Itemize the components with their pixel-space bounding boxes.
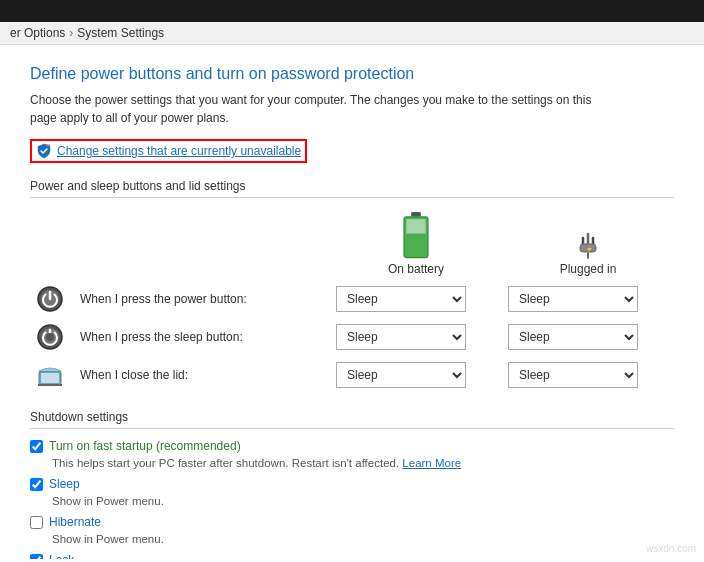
sleep-icon: [36, 323, 64, 351]
on-battery-text: On battery: [388, 262, 444, 276]
checkbox-sublabel-hibernate: Show in Power menu.: [52, 533, 674, 545]
title-bar: [0, 0, 704, 22]
checkbox-hibernate[interactable]: [30, 516, 43, 529]
row-label-1: When I press the sleep button:: [36, 323, 324, 351]
shutdown-section: Shutdown settings Turn on fast startup (…: [30, 410, 674, 559]
svg-rect-0: [411, 212, 421, 217]
lid-icon: [36, 361, 64, 389]
checkbox-label-lock[interactable]: Lock: [49, 553, 74, 559]
plug-icon: [570, 228, 606, 260]
change-settings-text: Change settings that are currently unava…: [57, 144, 301, 158]
svg-point-13: [46, 333, 54, 341]
power-settings-table: On battery: [30, 208, 674, 394]
on-battery-header: On battery: [330, 208, 502, 280]
row-label-2: When I close the lid:: [36, 361, 324, 389]
checkbox-lock[interactable]: [30, 554, 43, 559]
shutdown-item-lock: Lock Show in account picture menu.: [30, 553, 674, 559]
page-title: Define power buttons and turn on passwor…: [30, 65, 674, 83]
on-battery-select-0[interactable]: Do nothingSleepHibernateShut down: [336, 286, 466, 312]
main-content: Define power buttons and turn on passwor…: [0, 45, 704, 559]
row-label-0: When I press the power button:: [36, 285, 324, 313]
checkbox-label-fastStartup[interactable]: Turn on fast startup (recommended): [49, 439, 241, 453]
breadcrumb-separator: ›: [69, 26, 73, 40]
change-settings-link[interactable]: Change settings that are currently unava…: [30, 139, 307, 163]
watermark: wsxdn.com: [646, 543, 696, 554]
plugged-in-header: Plugged in: [502, 208, 674, 280]
learn-more-link[interactable]: Learn More: [402, 457, 461, 469]
power-button-icon: [36, 285, 64, 313]
checkbox-label-hibernate[interactable]: Hibernate: [49, 515, 101, 529]
svg-rect-15: [41, 373, 59, 383]
plugged-in-select-1[interactable]: Do nothingSleepHibernateShut down: [508, 324, 638, 350]
breadcrumb-current: System Settings: [77, 26, 164, 40]
checkbox-sublabel-fastStartup: This helps start your PC faster after sh…: [52, 457, 674, 469]
plugged-in-select-2[interactable]: Do nothingSleepHibernateShut down: [508, 362, 638, 388]
breadcrumb: er Options › System Settings: [0, 22, 704, 45]
page-description: Choose the power settings that you want …: [30, 91, 610, 127]
checkbox-label-sleep[interactable]: Sleep: [49, 477, 80, 491]
breadcrumb-parent: er Options: [10, 26, 65, 40]
battery-icon: [400, 212, 432, 260]
on-battery-select-2[interactable]: Do nothingSleepHibernateShut down: [336, 362, 466, 388]
shutdown-title: Shutdown settings: [30, 410, 674, 429]
shutdown-item-fastStartup: Turn on fast startup (recommended) This …: [30, 439, 674, 469]
plugged-in-text: Plugged in: [560, 262, 617, 276]
shutdown-item-hibernate: Hibernate Show in Power menu.: [30, 515, 674, 545]
on-battery-select-1[interactable]: Do nothingSleepHibernateShut down: [336, 324, 466, 350]
checkbox-fastStartup[interactable]: [30, 440, 43, 453]
checkbox-sleep[interactable]: [30, 478, 43, 491]
shutdown-item-sleep: Sleep Show in Power menu.: [30, 477, 674, 507]
checkbox-sublabel-sleep: Show in Power menu.: [52, 495, 674, 507]
power-sleep-section-label: Power and sleep buttons and lid settings: [30, 179, 674, 198]
svg-rect-2: [406, 219, 425, 233]
svg-rect-6: [580, 244, 596, 252]
plugged-in-select-0[interactable]: Do nothingSleepHibernateShut down: [508, 286, 638, 312]
shield-icon: [36, 143, 52, 159]
